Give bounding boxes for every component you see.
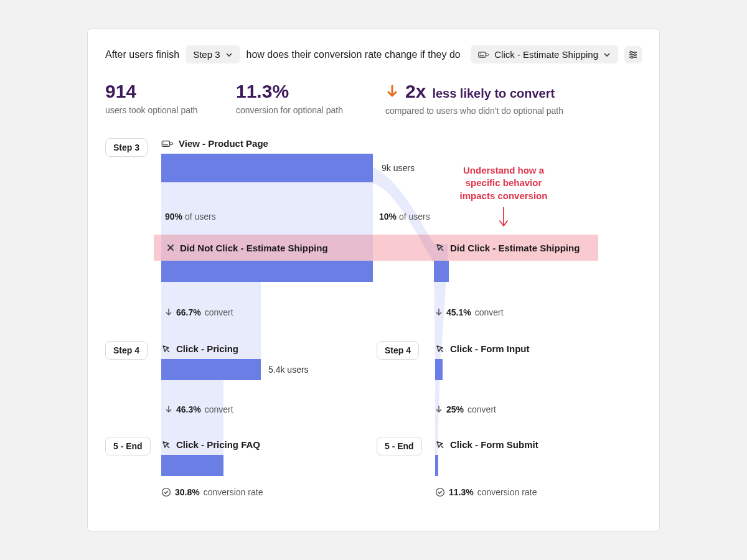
branch-left-bar — [161, 261, 373, 282]
metric-users: 914 users took optional path — [105, 81, 236, 116]
left-s4-users: 5.4k users — [268, 365, 309, 375]
split-left-pct: 90% — [165, 212, 182, 222]
left-s4-bar — [161, 359, 261, 380]
settings-button[interactable] — [624, 46, 642, 63]
down-arrow-icon — [165, 308, 172, 317]
left-s4-label: Click - Pricing — [176, 343, 238, 354]
right-end-label: Click - Form Submit — [450, 439, 538, 450]
funnel-chart: Understand how a specific behavior impac… — [105, 138, 642, 500]
svg-point-1 — [480, 54, 481, 54]
branch-left-label: Did Not Click - Estimate Shipping — [180, 243, 328, 253]
left-conv2: 46.3% — [176, 404, 201, 414]
check-circle-icon — [435, 487, 445, 497]
right-s4-label: Click - Form Input — [450, 343, 530, 354]
step-select[interactable]: Step 3 — [186, 45, 240, 63]
analysis-card: After users finish Step 3 how does their… — [87, 29, 660, 531]
left-rate: 30.8% — [175, 487, 200, 497]
cursor-click-icon — [435, 344, 445, 354]
split-right-pct: 10% — [379, 212, 397, 222]
sliders-icon — [628, 50, 638, 60]
likely-multiplier: 2x — [405, 81, 426, 102]
step-badge: Step 3 — [105, 138, 148, 157]
svg-point-2 — [630, 51, 632, 53]
down-arrow-icon — [435, 405, 443, 414]
step3-bar — [161, 154, 373, 182]
metric-likelihood: 2x less likely to convert compared to us… — [385, 81, 563, 116]
metric-conv-label: conversion for optional path — [236, 105, 385, 115]
cursor-click-icon — [435, 243, 445, 253]
left-conv1: 66.7% — [176, 307, 201, 317]
page-icon — [161, 139, 174, 148]
right-s4-bar — [435, 359, 443, 380]
event-select[interactable]: Click - Estimate Shipping — [471, 45, 618, 63]
step-badge: Step 4 — [377, 341, 419, 360]
right-rate: 11.3% — [449, 487, 474, 497]
split-left-suffix: of users — [185, 212, 216, 222]
split-right-suffix: of users — [399, 212, 430, 222]
step3-row: Step 3 View - Product Page 9k users — [161, 138, 591, 182]
cursor-click-icon — [161, 344, 171, 354]
x-icon — [166, 243, 175, 252]
left-end-label: Click - Pricing FAQ — [176, 439, 260, 450]
metric-conversion: 11.3% conversion for optional path — [236, 81, 385, 116]
page-icon — [478, 50, 489, 59]
svg-rect-0 — [479, 52, 486, 57]
annotation-arrow-icon — [497, 207, 510, 230]
svg-rect-5 — [162, 141, 169, 146]
svg-point-3 — [634, 54, 636, 55]
metric-users-value: 914 — [105, 81, 236, 101]
down-arrow-icon — [385, 85, 399, 100]
chevron-down-icon — [603, 51, 611, 58]
controls-middle: how does their conversion rate change if… — [247, 49, 461, 60]
chevron-down-icon — [225, 51, 233, 58]
branch-right-bar — [434, 261, 449, 282]
branch-right-label: Did Click - Estimate Shipping — [450, 243, 580, 253]
check-circle-icon — [161, 487, 171, 497]
svg-point-6 — [164, 142, 165, 143]
step-badge: 5 - End — [105, 437, 151, 455]
step-badge: 5 - End — [377, 437, 422, 455]
likely-text: less likely to convert — [432, 86, 555, 101]
cursor-click-icon — [161, 440, 171, 450]
right-conv1: 45.1% — [446, 307, 471, 317]
step-badge: Step 4 — [105, 341, 148, 360]
metric-conv-value: 11.3% — [236, 81, 385, 101]
metrics-row: 914 users took optional path 11.3% conve… — [105, 81, 642, 116]
step3-users: 9k users — [382, 163, 415, 173]
right-conv2: 25% — [446, 404, 464, 414]
left-end-bar — [161, 455, 223, 476]
down-arrow-icon — [165, 405, 172, 414]
metric-users-label: users took optional path — [105, 105, 236, 115]
event-select-label: Click - Estimate Shipping — [494, 49, 598, 60]
cursor-click-icon — [435, 440, 445, 450]
right-end-bar — [435, 455, 438, 476]
branch-bars-row — [161, 261, 591, 282]
step3-label: View - Product Page — [179, 138, 268, 149]
controls-row: After users finish Step 3 how does their… — [105, 45, 642, 63]
likely-sub: compared to users who didn't do optional… — [385, 106, 563, 116]
svg-point-4 — [631, 56, 632, 58]
step-select-label: Step 3 — [193, 49, 220, 60]
down-arrow-icon — [435, 308, 443, 317]
controls-prefix: After users finish — [105, 49, 179, 60]
